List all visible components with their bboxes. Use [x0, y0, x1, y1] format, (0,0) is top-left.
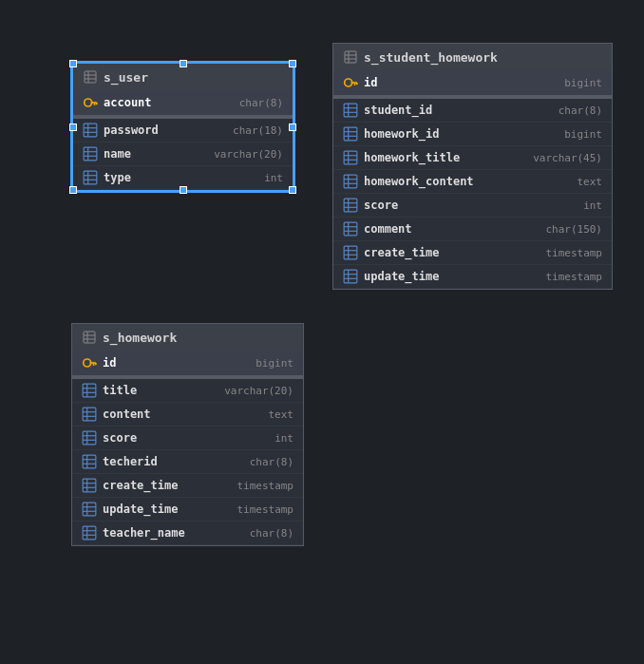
field-name-sh-create-time: create_time — [364, 246, 540, 259]
table-name-s-homework: s_homework — [103, 331, 177, 345]
svg-rect-0 — [85, 71, 96, 83]
field-icon-score — [82, 430, 97, 446]
table-s-user[interactable]: s_user account char(8) — [71, 62, 294, 192]
resize-handle-bl[interactable] — [69, 186, 77, 194]
field-type-sh-update-time: timestamp — [545, 271, 602, 283]
field-row-update-time: update_time timestamp — [72, 498, 303, 522]
resize-handle-tc[interactable] — [180, 60, 187, 67]
field-name-homework-content: homework_content — [364, 175, 572, 188]
pk-row-homework-id: id bigint — [72, 351, 303, 376]
field-name-score: score — [103, 431, 269, 445]
svg-rect-68 — [344, 127, 357, 141]
field-row-homework-content: homework_content text — [333, 170, 612, 194]
pk-row-account: account char(8) — [73, 90, 293, 116]
resize-handle-ml[interactable] — [69, 123, 77, 131]
field-name-content: content — [103, 408, 263, 421]
field-type-content: text — [269, 408, 294, 421]
field-row-password: password char(18) — [73, 119, 293, 142]
svg-rect-28 — [83, 384, 96, 397]
field-type-create-time: timestamp — [237, 480, 294, 492]
svg-rect-80 — [344, 199, 357, 212]
pk-type-homework-id: bigint — [256, 357, 294, 370]
field-name-update-time: update_time — [103, 503, 231, 516]
field-name-type: type — [104, 171, 258, 184]
field-name-sh-update-time: update_time — [364, 270, 540, 283]
field-icon-content — [82, 407, 97, 422]
field-icon-sh-score — [343, 198, 358, 213]
field-icon-sh-create-time — [343, 245, 358, 260]
svg-rect-16 — [84, 171, 97, 184]
field-name-homework-title: homework_title — [364, 151, 527, 164]
field-icon-create-time — [82, 478, 97, 493]
svg-point-60 — [345, 79, 352, 86]
field-row-homework-title: homework_title varchar(45) — [333, 146, 612, 170]
pk-row-student-homework-id: id bigint — [333, 70, 612, 96]
field-row-teacher-name: teacher_name char(8) — [72, 522, 303, 545]
field-row-score: score int — [72, 427, 303, 450]
field-icon-sh-update-time — [343, 269, 358, 284]
field-type-password: char(18) — [233, 124, 283, 137]
field-icon-homework-id — [343, 126, 358, 142]
field-type-student-id: char(8) — [559, 104, 602, 117]
field-type-homework-content: text — [578, 176, 603, 188]
table-name-s-user: s_user — [104, 70, 148, 85]
field-row-techerid: techerid char(8) — [72, 450, 303, 474]
table-grid-icon-homework — [82, 330, 97, 345]
field-type-title: varchar(20) — [224, 385, 294, 397]
field-row-content: content text — [72, 403, 303, 427]
field-name-sh-score: score — [364, 199, 578, 212]
resize-handle-tr[interactable] — [289, 60, 296, 67]
svg-rect-32 — [83, 408, 96, 421]
field-type-homework-id: bigint — [564, 128, 602, 141]
field-row-student-id: student_id char(8) — [333, 99, 612, 123]
svg-rect-72 — [344, 151, 357, 164]
field-icon-comment — [343, 221, 358, 237]
field-type-score: int — [275, 432, 294, 445]
field-name-comment: comment — [364, 222, 540, 236]
pk-type-student-homework-id: bigint — [564, 77, 602, 89]
key-icon-student-homework-id — [343, 75, 358, 90]
field-name-teacher-name: teacher_name — [103, 526, 244, 540]
field-icon-homework-content — [343, 174, 358, 189]
field-row-sh-update-time: update_time timestamp — [333, 265, 612, 289]
er-diagram-canvas: s_user account char(8) — [0, 0, 644, 664]
field-icon-techerid — [82, 454, 97, 469]
resize-handle-br[interactable] — [289, 186, 296, 194]
svg-rect-64 — [344, 104, 357, 117]
field-row-comment: comment char(150) — [333, 218, 612, 241]
resize-handle-bc[interactable] — [180, 186, 187, 194]
svg-rect-76 — [344, 175, 357, 188]
field-row-name: name varchar(20) — [73, 142, 293, 166]
table-name-s-student-homework: s_student_homework — [364, 50, 498, 65]
svg-rect-48 — [83, 503, 96, 516]
field-type-techerid: char(8) — [250, 456, 294, 468]
pk-type-account: char(8) — [239, 97, 283, 109]
field-name-homework-id: homework_id — [364, 127, 559, 141]
svg-rect-84 — [344, 222, 357, 236]
field-icon-type — [83, 170, 98, 185]
field-type-sh-create-time: timestamp — [545, 247, 602, 259]
field-icon-teacher-name — [82, 525, 97, 541]
resize-handle-tl[interactable] — [69, 60, 77, 67]
field-type-homework-title: varchar(45) — [533, 152, 602, 164]
table-s-homework[interactable]: s_homework id bigint — [71, 323, 304, 546]
table-grid-icon — [83, 69, 98, 85]
svg-rect-36 — [83, 431, 96, 445]
resize-handle-mr[interactable] — [289, 123, 296, 131]
field-icon-password — [83, 123, 98, 138]
field-type-sh-score: int — [583, 199, 602, 212]
svg-rect-88 — [344, 246, 357, 259]
pk-name-account: account — [104, 96, 234, 109]
field-type-name: varchar(20) — [214, 148, 283, 161]
field-icon-update-time — [82, 502, 97, 517]
key-icon-account — [83, 95, 98, 110]
field-row-sh-create-time: create_time timestamp — [333, 241, 612, 265]
field-row-homework-id: homework_id bigint — [333, 123, 612, 146]
table-s-student-homework[interactable]: s_student_homework id bigint — [332, 43, 613, 290]
field-type-update-time: timestamp — [237, 503, 294, 516]
field-name-password: password — [104, 123, 227, 137]
field-row-create-time: create_time timestamp — [72, 474, 303, 498]
key-icon-homework-id — [82, 355, 97, 370]
svg-rect-52 — [83, 526, 96, 540]
pk-name-homework-id: id — [103, 356, 250, 370]
